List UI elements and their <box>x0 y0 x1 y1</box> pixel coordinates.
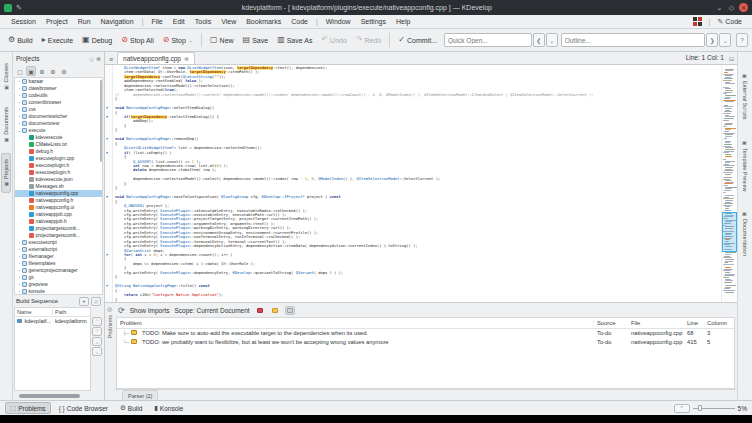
menu-session[interactable]: Session <box>6 18 41 25</box>
move-bottom-button[interactable]: ⌄ <box>92 347 102 356</box>
new-button[interactable]: ▢New <box>206 34 238 46</box>
tree-item-genericprojectmanager[interactable]: ›genericprojectmanager <box>15 267 102 274</box>
tree-item-filetemplates[interactable]: ›filetemplates <box>15 260 102 267</box>
menu-bookmarks[interactable]: Bookmarks <box>241 18 286 25</box>
menu-run[interactable]: Run <box>73 18 96 25</box>
menu-edit[interactable]: Edit <box>168 18 190 25</box>
project-build-icon[interactable]: ⚙ <box>37 66 47 76</box>
tree-item-codeutils[interactable]: ›codeutils <box>15 92 102 99</box>
menu-settings[interactable]: Settings <box>356 18 391 25</box>
fold-marker-icon[interactable]: ▾ <box>106 115 108 119</box>
undo-button[interactable]: ↶Undo <box>317 34 350 46</box>
tree-item-executeplugin-h[interactable]: executeplugin.h <box>15 162 102 169</box>
statusbar-code-browser[interactable]: { }Code Browser <box>55 402 112 414</box>
tree-item-externalscript[interactable]: ›externalscript <box>15 246 102 253</box>
fold-gutter[interactable]: ▾▾▾▾▾▾▾ <box>105 65 113 302</box>
zoom-slider[interactable] <box>693 408 735 409</box>
tree-item-iexecuteplugin-h[interactable]: iexecuteplugin.h <box>15 169 102 176</box>
minimap-viewport[interactable] <box>722 212 737 252</box>
execute-button[interactable]: ▸Execute <box>38 34 77 46</box>
sidebar-tab-projects[interactable]: ▣Projects <box>1 153 11 193</box>
next-button[interactable]: ❯ <box>706 33 718 47</box>
menu-view[interactable]: View <box>216 18 241 25</box>
move-down-button[interactable]: ⌄ <box>92 337 102 346</box>
close-panel-icon[interactable]: ⊗ <box>96 55 101 62</box>
outline-input[interactable] <box>561 33 706 47</box>
move-top-button[interactable]: ⌃ <box>92 317 102 326</box>
col-problem[interactable]: Problem <box>117 320 594 326</box>
tree-item-grepview[interactable]: ›grepview <box>15 281 102 288</box>
menu-tools[interactable]: Tools <box>190 18 216 25</box>
reparse-icon[interactable]: ⟳ <box>118 306 125 315</box>
menu-project[interactable]: Project <box>41 18 73 25</box>
sidebar-tab-classes[interactable]: ▣Classes <box>2 58 10 96</box>
area-switcher-icon[interactable] <box>693 17 702 26</box>
fold-marker-icon[interactable]: ▾ <box>106 137 108 141</box>
prev-outline-dropdown[interactable]: ⌄ <box>546 33 558 47</box>
bs-col-path[interactable]: Path <box>53 309 90 315</box>
help-button[interactable]: ? <box>736 33 748 47</box>
stop-all-button[interactable]: ⊘Stop All <box>117 34 157 46</box>
code-area-button[interactable]: ✎ Code <box>713 18 746 26</box>
warnings-toggle[interactable] <box>270 306 280 315</box>
tree-item-bazaar[interactable]: ›bazaar <box>15 78 102 85</box>
sidebar-tab-external-scripts[interactable]: ▣External Scripts <box>741 68 749 125</box>
fold-marker-icon[interactable]: ▾ <box>106 253 108 257</box>
tree-item-nativeappjob-cpp[interactable]: nativeappjob.cpp <box>15 211 102 218</box>
editor-tab[interactable]: nativeappconfig.cpp ⊗ <box>117 52 195 64</box>
menu-code[interactable]: Code <box>286 18 313 25</box>
fold-marker-icon[interactable]: ▾ <box>106 195 108 199</box>
debug-button[interactable]: ▣Debug <box>78 34 116 46</box>
tree-item-filemanager[interactable]: ›filemanager <box>15 253 102 260</box>
tree-item-executescript[interactable]: ›executescript <box>15 239 102 246</box>
code-line[interactable]: } <box>115 298 721 302</box>
hscrollbar[interactable] <box>19 394 80 398</box>
tree-item-documentswitcher[interactable]: ›documentswitcher <box>15 113 102 120</box>
fold-marker-icon[interactable]: ▾ <box>106 106 108 110</box>
tree-item-git[interactable]: ›git <box>15 274 102 281</box>
menu-help[interactable]: Help <box>391 18 415 25</box>
bs-col-name[interactable]: Name <box>15 309 53 315</box>
tree-item-kdevexecute[interactable]: kdevexecute <box>15 134 102 141</box>
tab-close-icon[interactable]: ⊗ <box>184 55 189 62</box>
sidebar-tab-documentation[interactable]: ▣Documentation <box>741 206 749 261</box>
minimize-icon[interactable]: ⌄ <box>715 3 724 12</box>
expand-statusbar-icon[interactable]: ⌃ <box>674 404 690 413</box>
tree-item-kdevexecute-json[interactable]: kdevexecute.json <box>15 176 102 183</box>
redo-button[interactable]: ↷Redo <box>352 34 385 46</box>
save-button[interactable]: ▤Save <box>239 34 273 46</box>
tree-item-CMakeLists-txt[interactable]: CMakeLists.txt <box>15 141 102 148</box>
statusbar-konsole[interactable]: ▮Konsole <box>150 402 187 414</box>
split-view-icon[interactable]: ⊡ <box>729 55 737 62</box>
tree-item-nativeappjob-h[interactable]: nativeappjob.h <box>15 218 102 225</box>
quick-open-input[interactable] <box>444 33 532 47</box>
tree-item-projecttargetscomb-[interactable]: projecttargetscomb... <box>15 225 102 232</box>
show-imports-button[interactable]: Show Imports <box>130 307 170 314</box>
col-source[interactable]: Source <box>594 320 628 326</box>
tree-item-konsole[interactable]: ›konsole <box>15 288 102 295</box>
col-file[interactable]: File <box>628 320 684 326</box>
add-build-item-button[interactable]: + <box>79 297 89 306</box>
col-line[interactable]: Line <box>684 320 704 326</box>
parser-status[interactable]: Parser (2) <box>122 390 158 400</box>
fold-marker-icon[interactable]: ▾ <box>106 284 108 288</box>
tree-item-projecttargetscomb-[interactable]: projecttargetscomb... <box>15 232 102 239</box>
tree-item-executeplugin-cpp[interactable]: executeplugin.cpp <box>15 155 102 162</box>
scope-dropdown[interactable]: Scope: Current Document <box>174 307 249 314</box>
toolview-settings-icon[interactable]: ◎ <box>107 305 112 312</box>
sidebar-tab-template-preview[interactable]: ▣Template Preview <box>741 135 749 196</box>
minimap-scrollbar[interactable] <box>721 65 737 302</box>
problem-row[interactable]: ├─TODO: Make sure to auto-add the execut… <box>117 329 734 338</box>
tree-item-Messages-sh[interactable]: Messages.sh <box>15 183 102 190</box>
close-icon[interactable]: ✕ <box>739 3 748 12</box>
col-column[interactable]: Column <box>704 320 734 326</box>
problem-row[interactable]: └─TODO: we probably want to flexibilize,… <box>117 338 734 347</box>
build-button[interactable]: ⚙Build <box>4 34 37 46</box>
prev-outline-button[interactable]: ❮ <box>533 33 545 47</box>
stop-button[interactable]: ⊘Stop⌄ <box>159 34 197 46</box>
menu-file[interactable]: File <box>146 18 167 25</box>
commit-button[interactable]: ✓Commit... <box>394 34 441 46</box>
menu-window[interactable]: Window <box>321 18 356 25</box>
project-clean-icon[interactable]: ⚙ <box>59 66 69 76</box>
move-up-button[interactable]: ⌃ <box>92 327 102 336</box>
